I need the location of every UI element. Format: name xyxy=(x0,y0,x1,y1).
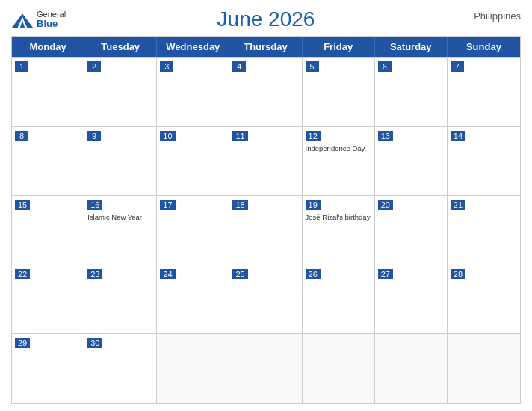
day-number: 7 xyxy=(451,61,464,72)
week-row-2: 89101112Independence Day1314 xyxy=(12,126,520,196)
day-number: 10 xyxy=(160,131,175,141)
day-number: 1 xyxy=(15,61,28,72)
day-number: 17 xyxy=(160,200,175,210)
generalblue-icon xyxy=(11,11,34,28)
day-number: 26 xyxy=(306,269,321,279)
cal-cell-22: 22 xyxy=(12,265,84,334)
day-header-monday: Monday xyxy=(12,37,84,57)
cal-cell-5: 5 xyxy=(303,58,375,126)
cal-cell-16: 16Islamic New Year xyxy=(84,196,157,265)
cal-cell-1: 1 xyxy=(12,58,84,126)
logo: General Blue xyxy=(11,10,66,29)
cal-cell-7: 7 xyxy=(448,58,520,126)
cal-cell-18: 18 xyxy=(229,196,302,265)
day-number: 22 xyxy=(15,269,30,279)
cal-event: José Rizal's birthday xyxy=(306,213,371,221)
cal-cell-6: 6 xyxy=(375,58,448,126)
cal-cell-4: 4 xyxy=(229,58,302,126)
week-row-4: 22232425262728 xyxy=(12,265,520,334)
cal-cell-2: 2 xyxy=(84,58,157,126)
cal-cell-21: 21 xyxy=(448,196,520,265)
cal-cell-10: 10 xyxy=(157,127,229,196)
day-number: 13 xyxy=(378,131,393,141)
cal-event: Independence Day xyxy=(306,144,371,152)
country-label: Philippines xyxy=(474,10,521,22)
cal-cell-14: 14 xyxy=(448,127,520,196)
day-number: 24 xyxy=(160,269,175,279)
day-number: 9 xyxy=(87,131,101,141)
day-header-tuesday: Tuesday xyxy=(84,37,157,57)
day-number: 25 xyxy=(232,269,247,279)
calendar-body: 123456789101112Independence Day13141516I… xyxy=(12,57,520,403)
cal-cell-empty-3 xyxy=(229,334,302,403)
cal-cell-empty-2 xyxy=(157,334,229,403)
day-number: 19 xyxy=(306,200,321,210)
day-number: 28 xyxy=(451,269,466,279)
day-number: 12 xyxy=(306,131,321,141)
cal-cell-11: 11 xyxy=(229,127,302,196)
day-number: 20 xyxy=(378,200,393,210)
day-number: 27 xyxy=(378,269,393,279)
day-number: 23 xyxy=(87,269,102,279)
cal-cell-27: 27 xyxy=(375,265,448,334)
day-number: 29 xyxy=(15,338,30,348)
cal-cell-24: 24 xyxy=(157,265,229,334)
cal-cell-empty-6 xyxy=(448,334,520,403)
day-header-wednesday: Wednesday xyxy=(157,37,229,57)
calendar: MondayTuesdayWednesdayThursdayFridaySatu… xyxy=(11,36,521,404)
cal-cell-9: 9 xyxy=(84,127,157,196)
day-number: 14 xyxy=(451,131,466,141)
cal-cell-26: 26 xyxy=(303,265,375,334)
day-number: 18 xyxy=(232,200,247,210)
day-number: 30 xyxy=(87,338,102,348)
day-number: 5 xyxy=(306,61,319,72)
day-number: 11 xyxy=(232,131,247,141)
cal-cell-29: 29 xyxy=(12,334,84,403)
cal-cell-empty-5 xyxy=(375,334,448,403)
day-header-thursday: Thursday xyxy=(229,37,302,57)
day-number: 6 xyxy=(378,61,392,72)
cal-cell-12: 12Independence Day xyxy=(303,127,375,196)
day-number: 8 xyxy=(15,131,28,141)
day-number: 15 xyxy=(15,200,30,210)
day-number: 2 xyxy=(87,61,101,72)
calendar-header: General Blue June 2026 Philippines xyxy=(11,7,521,31)
day-header-saturday: Saturday xyxy=(375,37,448,57)
cal-cell-empty-4 xyxy=(303,334,375,403)
week-row-5: 2930 xyxy=(12,333,520,403)
cal-cell-13: 13 xyxy=(375,127,448,196)
day-number: 21 xyxy=(451,200,466,210)
cal-cell-20: 20 xyxy=(375,196,448,265)
cal-cell-25: 25 xyxy=(229,265,302,334)
page: General Blue June 2026 Philippines Monda… xyxy=(0,0,532,411)
cal-cell-3: 3 xyxy=(157,58,229,126)
cal-event: Islamic New Year xyxy=(87,213,153,221)
cal-cell-8: 8 xyxy=(12,127,84,196)
week-row-1: 1234567 xyxy=(12,57,520,126)
cal-cell-28: 28 xyxy=(448,265,520,334)
week-row-3: 1516Islamic New Year171819José Rizal's b… xyxy=(12,195,520,265)
cal-cell-30: 30 xyxy=(84,334,157,403)
day-header-sunday: Sunday xyxy=(448,37,520,57)
day-number: 16 xyxy=(87,200,102,210)
cal-cell-23: 23 xyxy=(84,265,157,334)
day-header-friday: Friday xyxy=(303,37,375,57)
day-number: 4 xyxy=(232,61,246,72)
cal-cell-19: 19José Rizal's birthday xyxy=(303,196,375,265)
day-number: 3 xyxy=(160,61,173,72)
cal-cell-17: 17 xyxy=(157,196,229,265)
logo-blue-text: Blue xyxy=(37,19,66,29)
calendar-title: June 2026 xyxy=(217,7,315,31)
cal-cell-15: 15 xyxy=(12,196,84,265)
calendar-header-row: MondayTuesdayWednesdayThursdayFridaySatu… xyxy=(12,37,520,57)
